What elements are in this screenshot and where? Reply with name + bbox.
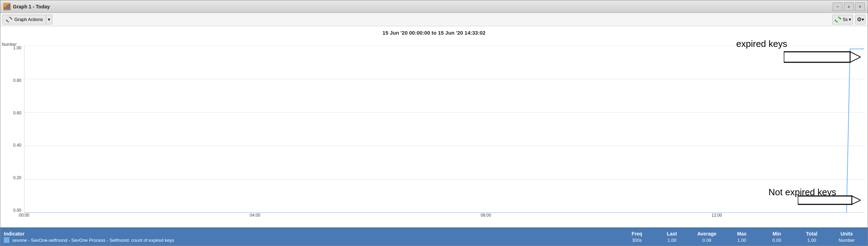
title-bar-controls: − + × [833, 2, 865, 11]
graph-actions-label: Graph Actions [14, 17, 43, 22]
svg-rect-2 [6, 5, 8, 9]
settings-button[interactable]: ⚙ ▾ [855, 15, 866, 24]
svg-marker-7 [834, 20, 837, 21]
data-line-expired-keys [24, 49, 864, 213]
legend-average-header: Average [689, 231, 724, 237]
refresh-interval-label: 5s [843, 17, 848, 22]
svg-rect-1 [4, 7, 6, 9]
refresh-dropdown-arrow: ▾ [849, 17, 851, 22]
legend-data-0: 300s 1.00 0.08 1.00 0.00 1.00 Number [619, 238, 864, 243]
legend-min-0: 0.00 [759, 238, 794, 243]
chart-title: 15 Jun '20 00:00:00 to 15 Jun '20 14:33:… [0, 26, 868, 37]
title-bar: Graph 1 - Today − + × [0, 0, 868, 13]
x-tick-0800: 08:00 [481, 213, 491, 218]
legend-total-header: Total [794, 231, 829, 237]
svg-marker-26 [852, 196, 861, 204]
legend-units-header: Units [829, 231, 864, 237]
toolbar-right: 5s ▾ ⚙ ▾ [832, 15, 866, 24]
settings-dropdown-arrow: ▾ [862, 17, 864, 22]
legend-indicator-value-0: sevone - SevOne-selfmond - SevOne Proces… [4, 237, 619, 243]
arrow-not-expired-keys [798, 193, 861, 207]
window-title: Graph 1 - Today [13, 4, 50, 9]
legend-swatch-0 [4, 237, 9, 243]
annotation-expired-keys: expired keys [736, 38, 787, 49]
graph-actions-dropdown[interactable]: ▾ [46, 15, 52, 24]
toolbar: Graph Actions ▾ 5s ▾ ⚙ [0, 13, 868, 26]
main-window: Graph 1 - Today − + × Graph Actions [0, 0, 868, 246]
svg-marker-6 [839, 18, 841, 20]
legend-label-0: sevone - SevOne-selfmond - SevOne Proces… [12, 238, 174, 243]
y-axis-ticks: 1.00 0.80 0.60 0.40 0.20 0.00 [2, 45, 23, 213]
x-tick-0400: 04:00 [250, 213, 260, 218]
svg-rect-3 [8, 4, 10, 9]
legend-last-header: Last [654, 231, 689, 237]
svg-marker-4 [10, 19, 13, 20]
x-tick-1200: 12:00 [711, 213, 722, 218]
graph-actions-main[interactable]: Graph Actions [3, 15, 46, 24]
legend-bar: Indicator Freq Last Average Max Min Tota… [0, 227, 868, 246]
svg-rect-25 [798, 196, 852, 204]
chart-area: 15 Jun '20 00:00:00 to 15 Jun '20 14:33:… [0, 26, 868, 227]
x-axis-ticks: 00:00 04:00 08:00 12:00 [24, 213, 864, 220]
refresh-icon [834, 16, 842, 23]
legend-cols-right: Freq Last Average Max Min Total Units [619, 231, 864, 237]
legend-total-0: 1.00 [794, 238, 829, 243]
y-tick-020: 0.20 [13, 175, 23, 180]
svg-marker-23 [850, 52, 861, 62]
close-button[interactable]: × [855, 2, 865, 11]
dropdown-arrow-icon: ▾ [48, 17, 50, 22]
legend-freq-0: 300s [619, 238, 654, 243]
y-tick-040: 0.40 [13, 143, 23, 148]
legend-max-0: 1.00 [724, 238, 759, 243]
title-bar-left: Graph 1 - Today [3, 3, 50, 10]
chart-icon [3, 3, 11, 10]
y-tick-060: 0.60 [13, 111, 23, 115]
legend-min-header: Min [759, 231, 794, 237]
y-tick-080: 0.80 [13, 78, 23, 83]
legend-units-0: Number [829, 238, 864, 243]
svg-marker-5 [6, 20, 8, 21]
maximize-button[interactable]: + [844, 2, 854, 11]
legend-freq-header: Freq [619, 231, 654, 237]
graph-actions-button[interactable]: Graph Actions ▾ [2, 15, 52, 24]
cycle-icon [6, 16, 13, 23]
refresh-button[interactable]: 5s ▾ [832, 15, 853, 24]
toolbar-left: Graph Actions ▾ [2, 15, 52, 24]
legend-average-0: 0.08 [689, 238, 724, 243]
legend-indicator-header: Indicator [4, 231, 619, 237]
y-tick-100: 1.00 [13, 45, 23, 50]
settings-icon: ⚙ [857, 16, 862, 23]
y-tick-000: 0.00 [13, 208, 23, 213]
chart-svg [24, 45, 864, 213]
x-tick-0000: 00:00 [19, 213, 29, 218]
svg-rect-22 [784, 52, 850, 62]
legend-last-0: 1.00 [654, 238, 689, 243]
legend-row-0: sevone - SevOne-selfmond - SevOne Proces… [4, 237, 864, 243]
legend-header: Indicator Freq Last Average Max Min Tota… [4, 231, 864, 237]
arrow-expired-keys [784, 47, 861, 68]
minimize-button[interactable]: − [833, 2, 842, 11]
legend-max-header: Max [724, 231, 759, 237]
